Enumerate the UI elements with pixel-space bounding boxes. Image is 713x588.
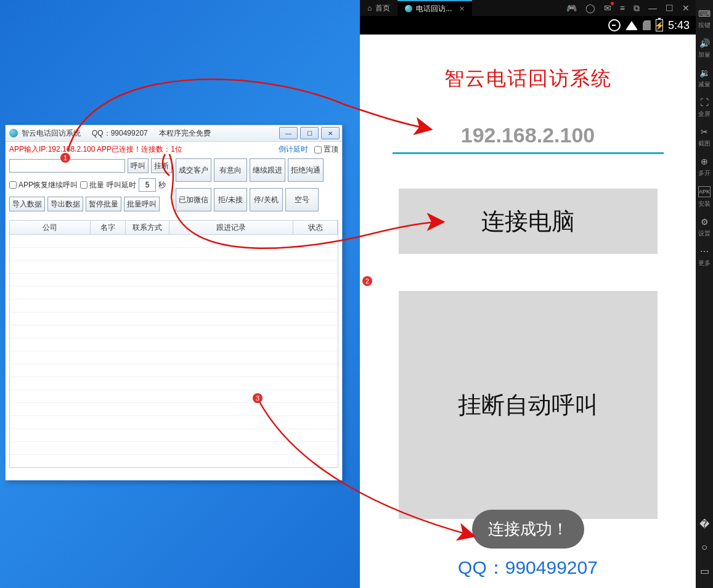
intent-button[interactable]: 有意向 <box>214 158 247 182</box>
sidebar-voldn[interactable]: 🔉减量 <box>698 68 711 89</box>
close-button[interactable]: ✕ <box>321 127 340 139</box>
sidebar-apk[interactable]: APK安装 <box>698 186 711 208</box>
sec-label: 秒 <box>158 180 166 190</box>
gear-icon: ⚙ <box>699 217 709 227</box>
minimize-button[interactable]: — <box>279 127 298 139</box>
table-row[interactable] <box>10 351 338 364</box>
col-name[interactable]: 名字 <box>91 221 126 234</box>
col-log[interactable]: 跟进记录 <box>169 221 293 234</box>
import-button[interactable]: 导入数据 <box>9 197 45 211</box>
nav-recent[interactable]: ▭ <box>698 565 711 577</box>
sidebar-fullscreen[interactable]: ⛶全屏 <box>698 97 711 118</box>
col-status[interactable]: 状态 <box>293 221 338 234</box>
app-tab-icon <box>405 5 412 12</box>
sidebar-settings[interactable]: ⚙设置 <box>698 217 711 238</box>
app-title: 智云电话回访系统 <box>360 65 696 92</box>
table-row[interactable] <box>10 300 338 312</box>
countdown-link[interactable]: 倒计延时 <box>279 144 308 155</box>
phone-app-body: 智云电话回访系统 192.168.2.100 连接电脑 挂断自动呼叫 连接成功！… <box>360 35 696 588</box>
table-row[interactable] <box>10 338 338 351</box>
status-line: APP输入IP:192.168.2.100 APP已连接！连接数：1位 倒计延时… <box>6 142 342 157</box>
sidebar-more[interactable]: ⋯更多 <box>698 247 711 267</box>
voldn-icon: 🔉 <box>699 68 709 78</box>
wifi-icon <box>625 21 638 30</box>
battery-icon: ⚡ <box>656 19 663 31</box>
refuse-button[interactable]: 拒绝沟通 <box>288 158 324 182</box>
pin-top-checkbox[interactable]: 置顶 <box>314 144 338 155</box>
auto-call-button[interactable]: 挂断自动呼叫 <box>399 291 658 519</box>
col-contact[interactable]: 联系方式 <box>126 221 169 234</box>
sidebar-volup[interactable]: 🔊加量 <box>698 38 711 59</box>
delay-input[interactable] <box>139 178 156 192</box>
table-row[interactable] <box>10 390 338 403</box>
table-row[interactable] <box>10 429 338 442</box>
pause-batch-button[interactable]: 暂停批量 <box>86 197 121 211</box>
minimize-icon[interactable]: — <box>648 3 657 13</box>
app-icon <box>9 129 18 137</box>
table-row[interactable] <box>10 377 338 390</box>
qq-label: QQ：990499207 <box>458 555 598 581</box>
table-row[interactable] <box>10 261 338 274</box>
mail-icon[interactable]: ✉ <box>604 3 611 13</box>
tab-home-label: 首页 <box>375 3 390 14</box>
table-row[interactable] <box>10 274 338 287</box>
table-row[interactable] <box>10 235 338 248</box>
gamepad-icon[interactable]: 🎮 <box>566 3 577 13</box>
emulator-sidebar: ⌨按键 🔊加量 🔉减量 ⛶全屏 ✂截图 ⊕多开 APK安装 ⚙设置 ⋯更多 � … <box>696 0 713 588</box>
wechat-button[interactable]: 已加微信 <box>176 188 211 211</box>
nav-home[interactable]: ○ <box>698 541 711 553</box>
menu-icon[interactable]: ≡ <box>620 3 625 13</box>
data-table[interactable]: 公司 名字 联系方式 跟进记录 状态 <box>9 220 338 468</box>
title-free: 本程序完全免费 <box>159 128 211 139</box>
empty-button[interactable]: 空号 <box>285 188 319 211</box>
resume-checkbox[interactable]: APP恢复继续呼叫 <box>9 180 78 190</box>
phone-input[interactable] <box>9 159 125 173</box>
nav-back[interactable]: � <box>698 518 711 530</box>
deal-button[interactable]: 成交客户 <box>176 158 211 182</box>
tab-home[interactable]: ⌂ 首页 <box>360 0 397 16</box>
export-button[interactable]: 导出数据 <box>47 197 83 211</box>
table-body[interactable] <box>10 235 338 468</box>
follow-button[interactable]: 继续跟进 <box>250 158 285 182</box>
tab-app[interactable]: 电话回访... ✕ <box>397 0 472 16</box>
table-row[interactable] <box>10 312 338 325</box>
control-area: 呼叫 挂断 APP恢复继续呼叫 批量 呼叫延时 秒 导入数据 导出数据 暂停批量… <box>6 157 342 218</box>
emulator-window-controls: 🎮 ◯ ✉ ≡ ⧉ — ☐ ✕ <box>566 3 696 14</box>
table-row[interactable] <box>10 455 338 468</box>
hangup-button[interactable]: 挂断 <box>151 158 172 173</box>
call-button[interactable]: 呼叫 <box>128 158 149 173</box>
ip-input[interactable]: 192.168.2.100 <box>393 123 664 154</box>
maximize-icon[interactable]: ☐ <box>666 3 674 13</box>
table-row[interactable] <box>10 442 338 455</box>
home-icon: ⌂ <box>367 4 372 12</box>
tab-close-icon[interactable]: ✕ <box>459 5 465 13</box>
sidebar-multi[interactable]: ⊕多开 <box>698 157 711 178</box>
batch-call-button[interactable]: 批量呼叫 <box>124 197 160 211</box>
table-row[interactable] <box>10 364 338 377</box>
table-row[interactable] <box>10 325 338 338</box>
table-row[interactable] <box>10 403 338 416</box>
user-icon[interactable]: ◯ <box>585 3 595 13</box>
table-header: 公司 名字 联系方式 跟进记录 状态 <box>10 221 338 235</box>
volup-icon: 🔊 <box>699 38 709 48</box>
keyboard-icon: ⌨ <box>699 9 709 18</box>
batch-checkbox[interactable]: 批量 <box>80 180 104 190</box>
apk-icon: APK <box>698 186 711 197</box>
close-icon[interactable]: ✕ <box>682 3 690 13</box>
sidebar-screenshot[interactable]: ✂截图 <box>698 127 711 148</box>
titlebar[interactable]: 智云电话回访系统 QQ：990499207 本程序完全免费 — ☐ ✕ <box>6 125 342 142</box>
table-row[interactable] <box>10 248 338 261</box>
scissors-icon: ✂ <box>699 127 709 137</box>
miss-button[interactable]: 拒/未接 <box>214 188 247 211</box>
more-icon: ⋯ <box>699 247 709 256</box>
table-row[interactable] <box>10 287 338 300</box>
title-qq: QQ：990499207 <box>92 128 148 139</box>
col-company[interactable]: 公司 <box>10 221 91 234</box>
status-ip-label: APP输入IP:192.168.2.100 APP已连接！连接数：1位 <box>9 144 182 155</box>
off-button[interactable]: 停/关机 <box>250 188 283 211</box>
maximize-button[interactable]: ☐ <box>300 127 319 139</box>
multiwin-icon[interactable]: ⧉ <box>634 3 640 14</box>
table-row[interactable] <box>10 416 338 429</box>
connect-button[interactable]: 连接电脑 <box>399 189 658 254</box>
sidebar-keys[interactable]: ⌨按键 <box>698 9 711 30</box>
